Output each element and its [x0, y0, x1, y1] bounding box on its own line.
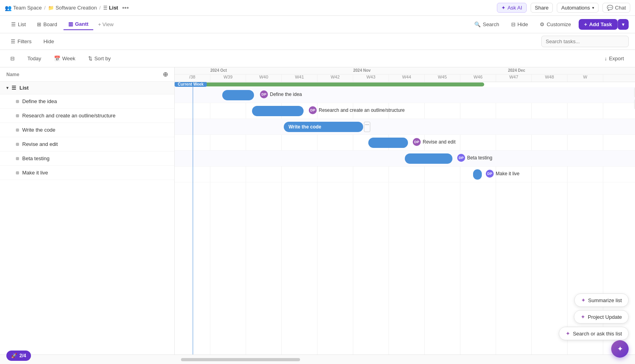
- filters-button[interactable]: ☰ Filters: [6, 36, 36, 47]
- horizontal-scrollbar[interactable]: [181, 358, 300, 361]
- dropdown-icon: ▾: [592, 6, 594, 10]
- gantt-row-5: DP Beta testing: [175, 151, 635, 167]
- add-view-button[interactable]: + View: [95, 19, 117, 30]
- avatar-1: DP: [260, 90, 268, 98]
- gantt-bar-label-5: DP Beta testing: [457, 154, 492, 162]
- add-task-button[interactable]: + Add Task: [579, 19, 618, 30]
- sparkle-fab-icon: ✦: [617, 345, 623, 353]
- week-w42: W42: [318, 75, 353, 82]
- hide-fields-button[interactable]: Hide: [39, 36, 58, 47]
- sort-icon: ⇅: [88, 56, 92, 61]
- task-row-6[interactable]: Make it live: [0, 166, 174, 180]
- export-icon: ↓: [604, 56, 607, 61]
- filter-bar-left: ☰ Filters Hide: [6, 36, 58, 47]
- summarize-list-button[interactable]: ✦ Summarize list: [574, 293, 629, 307]
- gantt-row-4: DP Revise and edit: [175, 135, 635, 151]
- automations-button[interactable]: Automations ▾: [557, 3, 598, 13]
- task-row-2[interactable]: Research and create an outline/structure: [0, 109, 174, 123]
- filter-bar: ☰ Filters Hide: [0, 33, 635, 50]
- task-dot: [16, 143, 19, 146]
- gantt-header: 2024 Oct 2024 Nov 2024 Dec /38 W39 W40 W…: [175, 67, 635, 82]
- nov-label: 2024 Nov: [353, 68, 371, 73]
- gantt-row-1: DP Define the idea: [175, 87, 635, 103]
- week-w38: /38: [175, 75, 210, 82]
- avatar-2: DP: [309, 106, 317, 114]
- task-row-4[interactable]: Revise and edit: [0, 137, 174, 151]
- filter-icon: ☰: [11, 38, 15, 44]
- calendar-icon: 📅: [54, 56, 60, 61]
- gantt-bar-6[interactable]: [473, 169, 482, 180]
- current-week-label: Current Week: [175, 82, 207, 87]
- gantt-bar-2[interactable]: [252, 106, 304, 116]
- current-week-progress-bar: [175, 82, 484, 86]
- software-creation-link[interactable]: Software Creation: [56, 5, 97, 11]
- gear-icon: ⚙: [540, 21, 545, 27]
- scrollbar-area: [0, 354, 635, 364]
- collapse-sidebar-button[interactable]: ⊟: [6, 54, 19, 63]
- tab-gantt[interactable]: ▥ Gantt: [64, 19, 93, 30]
- gantt-bar-4[interactable]: [368, 138, 408, 148]
- search-icon: 🔍: [474, 21, 481, 27]
- topbar-right: ✦ Ask AI Share Automations ▾ 💬 Chat: [497, 3, 630, 13]
- more-options-icon[interactable]: •••: [122, 4, 129, 11]
- gantt-bar-label-4: DP Revise and edit: [413, 138, 456, 146]
- gantt-bar-3[interactable]: Write the code: [284, 122, 363, 132]
- ask-ai-button[interactable]: ✦ Ask AI: [497, 3, 527, 13]
- progress-badge[interactable]: 🚀 2/4: [6, 351, 31, 361]
- gantt-bar-label-6: DP Make it live: [486, 170, 520, 178]
- gantt-bar-5[interactable]: [405, 153, 452, 164]
- task-row-5[interactable]: Beta testing: [0, 151, 174, 166]
- list-link[interactable]: List: [109, 5, 118, 11]
- ai-actions-panel: ✦ Summarize list ✦ Project Update ✦ Sear…: [559, 293, 629, 340]
- add-task-dropdown[interactable]: ▾: [618, 19, 629, 30]
- list-group-icon: ☰: [12, 85, 16, 91]
- chat-icon: 💬: [607, 5, 613, 11]
- gantt-icon: ▥: [68, 21, 73, 27]
- dep-line: [365, 125, 369, 125]
- sparkle-icon: ✦: [566, 330, 570, 337]
- search-tasks-input[interactable]: [541, 36, 629, 47]
- timeline-toolbar: ⊟ Today 📅 Week ⇅ Sort by ↓ Export: [0, 50, 635, 67]
- tab-list[interactable]: ☰ List: [6, 19, 31, 30]
- task-list-panel: Name ⊕ ▾ ☰ List Define the idea Research…: [0, 67, 175, 354]
- list-group-header[interactable]: ▾ ☰ List: [0, 82, 174, 94]
- week-w43: W43: [353, 75, 389, 82]
- today-button[interactable]: Today: [23, 54, 45, 63]
- sidebar-toggle-icon: ⊟: [10, 56, 15, 61]
- view-tabs: ☰ List ⊞ Board ▥ Gantt + View 🔍 Search ⊟…: [0, 16, 635, 33]
- ai-fab-button[interactable]: ✦: [611, 340, 629, 358]
- dependency-box: [364, 122, 370, 132]
- task-row-3[interactable]: Write the code: [0, 123, 174, 137]
- hide-button[interactable]: ⊟ Hide: [507, 19, 533, 30]
- task-dot: [16, 114, 19, 117]
- search-button[interactable]: 🔍 Search: [470, 19, 503, 30]
- current-week-row: Current Week: [175, 82, 635, 87]
- collapse-icon: ▾: [6, 86, 8, 90]
- board-icon: ⊞: [37, 21, 41, 27]
- gantt-bar-1[interactable]: [222, 90, 254, 100]
- export-button[interactable]: ↓ Export: [600, 54, 629, 63]
- topbar: 👥 Team Space / 📁 Software Creation / ☰ L…: [0, 0, 635, 16]
- search-ask-list-button[interactable]: ✦ Search or ask this list: [559, 327, 629, 340]
- task-dot: [16, 157, 19, 160]
- breadcrumb: 👥 Team Space / 📁 Software Creation / ☰ L…: [5, 4, 129, 11]
- rocket-icon: 🚀: [11, 353, 17, 358]
- share-button[interactable]: Share: [531, 3, 553, 13]
- week-button[interactable]: 📅 Week: [50, 54, 79, 63]
- team-space-link[interactable]: Team Space: [13, 5, 42, 11]
- project-update-button[interactable]: ✦ Project Update: [574, 310, 629, 324]
- view-tabs-left: ☰ List ⊞ Board ▥ Gantt + View: [6, 19, 117, 30]
- gantt-row-6: DP Make it live: [175, 167, 635, 182]
- tab-board[interactable]: ⊞ Board: [32, 19, 62, 30]
- customize-button[interactable]: ⚙ Customize: [535, 19, 575, 30]
- gantt-bar-label-1: DP Define the idea: [260, 90, 302, 98]
- add-task-inline-icon[interactable]: ⊕: [163, 71, 168, 78]
- chat-button[interactable]: 💬 Chat: [602, 3, 630, 13]
- gantt-bar-label-2: DP Research and create an outline/struct…: [309, 106, 405, 114]
- sort-by-button[interactable]: ⇅ Sort by: [84, 54, 115, 63]
- task-dot: [16, 100, 19, 103]
- gantt-row-3: Write the code: [175, 119, 635, 135]
- avatar-6: DP: [486, 170, 494, 178]
- month-row: 2024 Oct 2024 Nov 2024 Dec: [175, 67, 635, 75]
- task-row-1[interactable]: Define the idea: [0, 94, 174, 109]
